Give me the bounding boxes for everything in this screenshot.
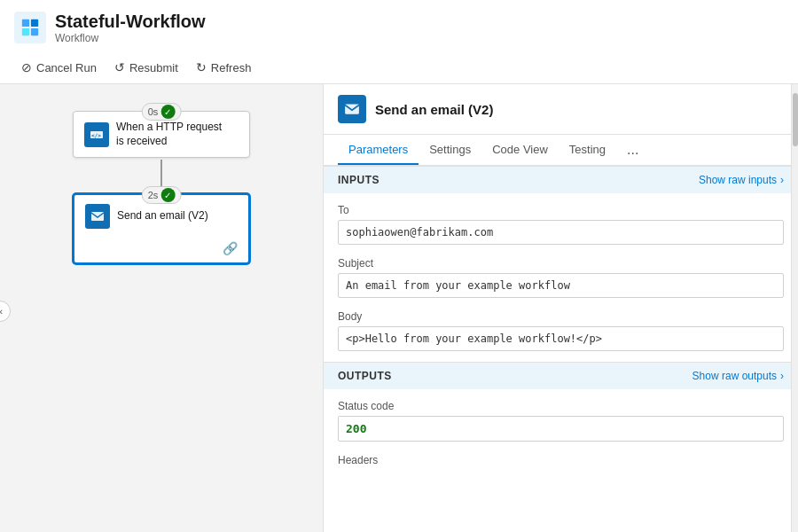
send-email-label: Send an email (V2) — [117, 209, 208, 223]
svg-text:</>: </> — [91, 132, 101, 138]
detail-action-icon — [338, 95, 366, 123]
scrollbar[interactable] — [791, 84, 798, 532]
field-to-value: sophiaowen@fabrikam.com — [338, 220, 784, 245]
header: Stateful-Workflow Workflow ⊘ Cancel Run … — [0, 0, 798, 84]
link-icon: 🔗 — [223, 241, 238, 255]
svg-rect-0 — [22, 20, 29, 27]
svg-rect-3 — [31, 28, 38, 35]
tab-parameters[interactable]: Parameters — [338, 136, 419, 165]
email-node-icon — [85, 204, 110, 229]
tab-testing[interactable]: Testing — [559, 136, 616, 165]
http-node-icon: </> — [84, 122, 109, 147]
inputs-section-header: INPUTS Show raw inputs › — [324, 167, 798, 193]
show-raw-inputs-button[interactable]: Show raw inputs › — [699, 174, 784, 186]
header-title-block: Stateful-Workflow Workflow — [55, 11, 206, 44]
field-body-label: Body — [338, 310, 784, 323]
resubmit-button[interactable]: ↺ Resubmit — [107, 57, 185, 78]
detail-title: Send an email (V2) — [375, 102, 493, 117]
inputs-section-body: To sophiaowen@fabrikam.com Subject An em… — [324, 193, 798, 362]
field-body: Body <p>Hello from your example workflow… — [338, 310, 784, 351]
http-trigger-label: When a HTTP requestis received — [116, 121, 222, 148]
workflow-nodes: 0s ✓ </> When a HTTP requestis received — [18, 102, 305, 264]
field-to-label: To — [338, 204, 784, 216]
refresh-icon: ↻ — [196, 60, 207, 74]
outputs-section-header: OUTPUTS Show raw outputs › — [324, 363, 798, 389]
field-status-value: 200 — [338, 416, 784, 442]
app-icon — [14, 12, 46, 43]
page-title: Stateful-Workflow — [55, 11, 206, 32]
field-status-label: Status code — [338, 400, 784, 412]
node-badge-email: 2s ✓ — [142, 186, 182, 204]
detail-panel: Send an email (V2) Parameters Settings C… — [324, 84, 798, 532]
cancel-icon: ⊘ — [21, 60, 32, 74]
svg-rect-7 — [345, 104, 359, 113]
tabs-more-button[interactable]: ... — [620, 135, 645, 165]
outputs-section: OUTPUTS Show raw outputs › Status code 2… — [324, 362, 798, 481]
inputs-section-title: INPUTS — [338, 174, 379, 186]
inputs-section: INPUTS Show raw inputs › To sophiaowen@f… — [324, 166, 798, 362]
field-subject: Subject An email from your example workf… — [338, 257, 784, 298]
tab-settings[interactable]: Settings — [419, 136, 481, 165]
show-raw-outputs-button[interactable]: Show raw outputs › — [692, 370, 784, 382]
workflow-canvas: « 0s ✓ </> When a HTTP requestis receive… — [0, 84, 324, 532]
svg-rect-1 — [31, 20, 38, 27]
check-icon-email: ✓ — [160, 188, 175, 202]
detail-tabs: Parameters Settings Code View Testing ..… — [324, 135, 798, 166]
tab-code-view[interactable]: Code View — [481, 136, 559, 165]
chevron-right-outputs-icon: › — [780, 370, 784, 382]
collapse-panel-button[interactable]: « — [0, 301, 11, 322]
panel-content: INPUTS Show raw inputs › To sophiaowen@f… — [324, 166, 798, 532]
field-status-code: Status code 200 — [338, 400, 784, 442]
field-headers-label: Headers — [338, 454, 784, 466]
field-headers: Headers — [338, 454, 784, 466]
send-email-node[interactable]: 2s ✓ Send an email (V2) 🔗 — [73, 193, 250, 264]
cancel-run-button[interactable]: ⊘ Cancel Run — [14, 57, 104, 78]
field-body-value: <p>Hello from your example workflow!</p> — [338, 326, 784, 351]
refresh-button[interactable]: ↻ Refresh — [189, 57, 259, 78]
field-subject-label: Subject — [338, 257, 784, 270]
field-to: To sophiaowen@fabrikam.com — [338, 204, 784, 245]
resubmit-icon: ↺ — [114, 60, 125, 74]
http-trigger-node[interactable]: 0s ✓ </> When a HTTP requestis received — [73, 111, 250, 158]
page-subtitle: Workflow — [55, 32, 206, 44]
svg-rect-6 — [91, 212, 104, 221]
check-icon-http: ✓ — [160, 105, 175, 119]
outputs-section-body: Status code 200 Headers — [324, 389, 798, 481]
outputs-section-title: OUTPUTS — [338, 370, 392, 382]
chevron-right-icon: › — [780, 174, 784, 186]
scroll-thumb — [793, 93, 798, 146]
toolbar: ⊘ Cancel Run ↺ Resubmit ↻ Refresh — [14, 51, 784, 83]
detail-header: Send an email (V2) — [324, 84, 798, 135]
main-layout: « 0s ✓ </> When a HTTP requestis receive… — [0, 84, 798, 532]
svg-rect-2 — [22, 28, 29, 35]
node-badge-http: 0s ✓ — [142, 103, 182, 121]
field-subject-value: An email from your example workflow — [338, 273, 784, 298]
